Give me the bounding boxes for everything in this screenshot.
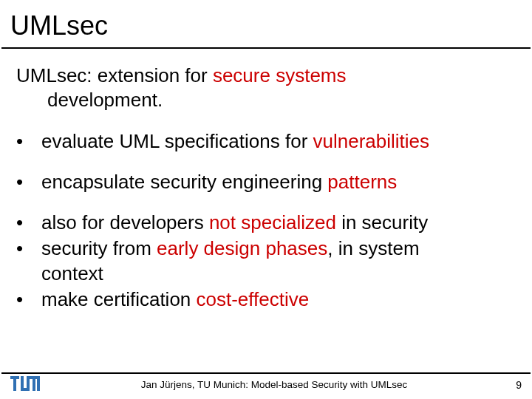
list-item: • also for developers not specialized in… <box>13 211 519 235</box>
page-title: UMLsec <box>0 0 532 47</box>
list-item: • evaluate UML specifications for vulner… <box>13 129 519 154</box>
bullet-marker: • <box>16 129 41 154</box>
bullet-text: encapsulate security engineering pattern… <box>41 170 519 194</box>
svg-rect-2 <box>16 376 19 379</box>
bullet-text: also for developers not specialized in s… <box>41 211 519 235</box>
footer-row: Jan Jürjens, TU Munich: Model-based Secu… <box>0 374 532 393</box>
svg-rect-6 <box>30 376 33 379</box>
bullet-marker: • <box>16 236 41 261</box>
svg-rect-9 <box>37 376 40 391</box>
slide: UMLsec UMLsec: extension for secure syst… <box>0 0 532 399</box>
intro-text: UMLsec: extension for secure systems dev… <box>13 64 519 113</box>
bullet-marker: • <box>16 170 41 194</box>
bullet-marker: • <box>16 211 41 235</box>
footer-text: Jan Jürjens, TU Munich: Model-based Secu… <box>47 379 501 390</box>
bullet-list: • evaluate UML specifications for vulner… <box>13 129 519 313</box>
tum-logo-icon <box>10 376 40 393</box>
bullet-text: make certification cost-effective <box>41 287 519 312</box>
svg-rect-1 <box>13 376 16 391</box>
content-area: UMLsec: extension for secure systems dev… <box>0 49 532 312</box>
svg-rect-0 <box>10 376 13 379</box>
intro-line2: development. <box>16 88 519 112</box>
list-item: • security from early design phases, in … <box>13 236 519 286</box>
page-number: 9 <box>501 379 522 391</box>
svg-rect-7 <box>33 376 35 391</box>
svg-rect-3 <box>21 376 24 391</box>
bullet-text: security from early design phases, in sy… <box>41 236 519 286</box>
svg-rect-4 <box>24 388 27 391</box>
bullet-marker: • <box>16 287 41 312</box>
bullet-text: evaluate UML specifications for vulnerab… <box>41 129 519 154</box>
list-item: • encapsulate security engineering patte… <box>13 170 519 194</box>
intro-prefix: UMLsec: extension for <box>16 64 213 86</box>
intro-highlight: secure systems <box>213 64 347 86</box>
svg-rect-5 <box>27 376 30 391</box>
list-item: • make certification cost-effective <box>13 287 519 312</box>
footer: Jan Jürjens, TU Munich: Model-based Secu… <box>0 372 532 399</box>
